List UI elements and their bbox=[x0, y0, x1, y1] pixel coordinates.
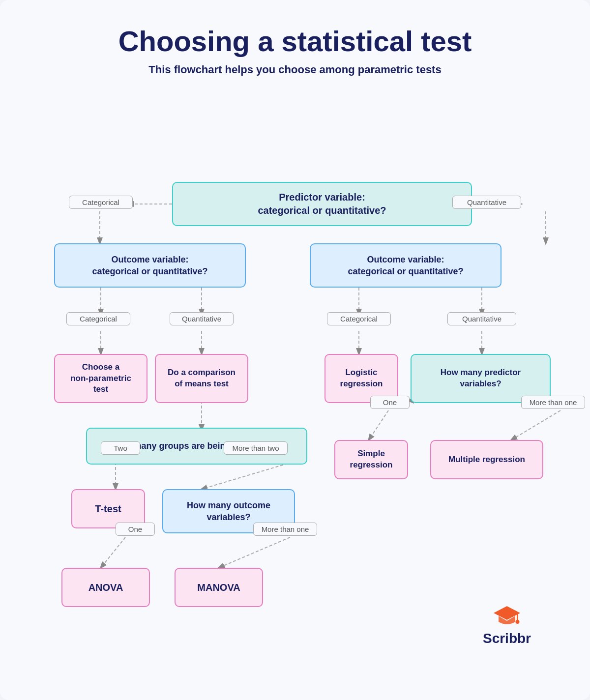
svg-line-16 bbox=[219, 537, 290, 568]
simple-regression-box: Simple regression bbox=[334, 440, 408, 479]
scribbr-text: Scribbr bbox=[483, 631, 531, 646]
label-quantitative-left2: Quantitative bbox=[170, 312, 234, 325]
scribbr-logo: Scribbr bbox=[483, 602, 531, 646]
label-more-than-one-outcome: More than one bbox=[253, 523, 317, 536]
non-parametric-box: Choose a non-parametric test bbox=[54, 354, 148, 403]
page-subtitle: This flowchart helps you choose among pa… bbox=[30, 63, 560, 76]
predictor-box: Predictor variable: categorical or quant… bbox=[172, 182, 472, 226]
svg-line-14 bbox=[101, 537, 125, 568]
page-title: Choosing a statistical test bbox=[30, 25, 560, 58]
label-one-predictor: One bbox=[370, 396, 410, 409]
svg-line-22 bbox=[369, 410, 388, 440]
page: Choosing a statistical test This flowcha… bbox=[0, 0, 590, 700]
label-two: Two bbox=[101, 441, 140, 455]
svg-rect-26 bbox=[504, 612, 509, 613]
manova-box: MANOVA bbox=[175, 568, 263, 607]
svg-rect-27 bbox=[517, 613, 518, 621]
svg-point-28 bbox=[515, 620, 519, 624]
label-categorical-left2: Categorical bbox=[66, 312, 130, 325]
label-categorical-top-left: Categorical bbox=[69, 196, 133, 209]
label-more-than-one-predictor: More than one bbox=[521, 396, 585, 409]
label-quantitative-top-right: Quantitative bbox=[452, 196, 521, 209]
svg-line-24 bbox=[511, 410, 560, 440]
label-more-than-two: More than two bbox=[224, 441, 288, 455]
anova-box: ANOVA bbox=[61, 568, 150, 607]
comparison-means-box: Do a comparison of means test bbox=[155, 354, 248, 403]
label-categorical-right: Categorical bbox=[327, 312, 391, 325]
label-quantitative-right: Quantitative bbox=[447, 312, 516, 325]
label-one-outcome: One bbox=[116, 523, 155, 536]
outcome-left-box: Outcome variable: categorical or quantit… bbox=[54, 243, 246, 288]
flowchart: Predictor variable: categorical or quant… bbox=[30, 101, 560, 666]
svg-line-12 bbox=[202, 462, 293, 489]
outcome-right-box: Outcome variable: categorical or quantit… bbox=[310, 243, 502, 288]
multiple-regression-box: Multiple regression bbox=[430, 440, 543, 479]
scribbr-icon bbox=[494, 602, 520, 629]
